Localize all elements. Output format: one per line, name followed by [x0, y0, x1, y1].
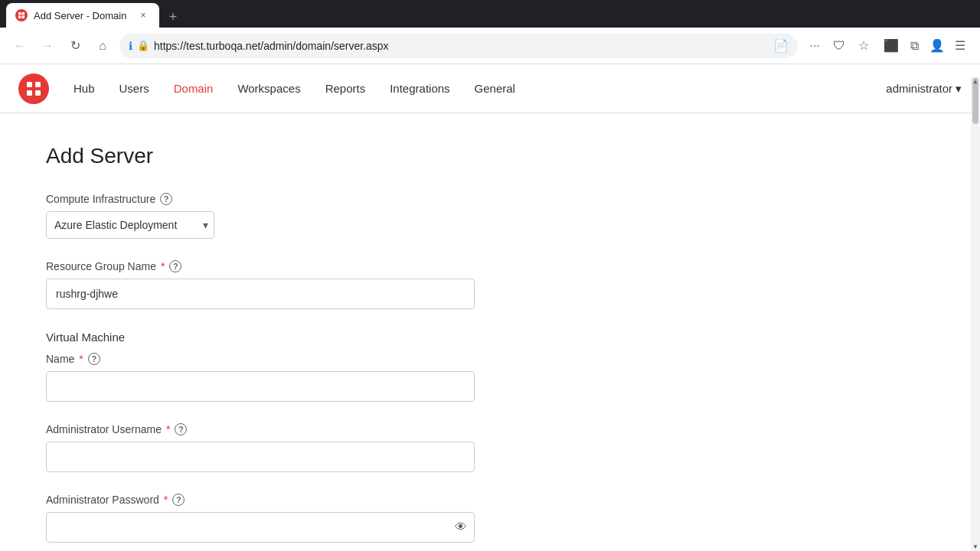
home-button[interactable]: ⌂ — [92, 35, 113, 57]
svg-rect-4 — [27, 82, 32, 87]
admin-username-required-asterisk: * — [166, 423, 170, 435]
bookmark-icon[interactable]: 📄 — [773, 38, 789, 53]
vm-name-input[interactable] — [46, 371, 475, 402]
resource-group-help-icon[interactable]: ? — [169, 260, 181, 272]
lock-icon: 🔒 — [137, 40, 149, 51]
compute-infrastructure-dropdown-wrapper: Azure Elastic Deployment On-Premise AWS … — [46, 211, 214, 239]
nav-links: Hub Users Domain Workspaces Reports Inte… — [74, 82, 886, 95]
vm-name-help-icon[interactable]: ? — [88, 353, 100, 365]
compute-infrastructure-help-icon[interactable]: ? — [160, 193, 172, 205]
main-content: Add Server Compute Infrastructure ? Azur… — [0, 113, 551, 551]
admin-password-label: Administrator Password * ? — [46, 494, 505, 506]
secure-icon: ℹ — [129, 40, 132, 52]
svg-rect-2 — [18, 16, 21, 19]
tab-favicon — [15, 9, 28, 21]
active-tab[interactable]: Add Server - Domain × — [6, 3, 159, 28]
tab-bar: Add Server - Domain × + — [0, 0, 980, 28]
resource-group-name-label: Resource Group Name * ? — [46, 260, 505, 272]
admin-username-group: Administrator Username * ? — [46, 423, 505, 472]
page-title: Add Server — [46, 144, 505, 168]
browser-right-icons: ⬛ ⧉ 👤 ☰ — [880, 35, 971, 57]
scrollbar[interactable] — [971, 77, 980, 551]
admin-password-group: Administrator Password * ? 👁 — [46, 494, 505, 543]
resource-group-name-input[interactable] — [46, 279, 475, 309]
vm-name-required-asterisk: * — [79, 353, 83, 365]
scroll-up-button[interactable]: ▲ — [971, 77, 980, 86]
admin-username-label: Administrator Username * ? — [46, 423, 505, 435]
nav-general[interactable]: General — [475, 82, 515, 95]
svg-rect-3 — [22, 16, 25, 19]
resource-group-required-asterisk: * — [161, 260, 165, 272]
address-bar-row: ← → ↻ ⌂ ℹ 🔒 https://test.turboqa.net/adm… — [0, 28, 980, 64]
more-tools-icon[interactable]: ··· — [804, 35, 825, 57]
admin-password-help-icon[interactable]: ? — [172, 494, 185, 506]
scroll-down-button[interactable]: ▼ — [971, 542, 980, 551]
vm-name-group: Name * ? — [46, 353, 505, 402]
profile-icon[interactable]: 👤 — [926, 35, 948, 57]
svg-rect-1 — [22, 12, 25, 15]
tab-grid-icon[interactable]: ⧉ — [903, 35, 925, 57]
nav-integrations[interactable]: Integrations — [390, 82, 449, 95]
user-label: administrator — [886, 82, 952, 95]
nav-domain[interactable]: Domain — [174, 82, 214, 95]
svg-rect-0 — [18, 12, 21, 15]
star-icon[interactable]: ☆ — [853, 35, 874, 57]
vm-name-label: Name * ? — [46, 353, 505, 365]
nav-reports[interactable]: Reports — [325, 82, 366, 95]
svg-rect-7 — [35, 90, 41, 96]
compute-infrastructure-label: Compute Infrastructure ? — [46, 193, 505, 205]
app-nav: Hub Users Domain Workspaces Reports Inte… — [0, 64, 980, 113]
menu-icon[interactable]: ☰ — [949, 35, 971, 57]
nav-users[interactable]: Users — [119, 82, 149, 95]
password-visibility-toggle[interactable]: 👁 — [455, 520, 467, 534]
forward-button[interactable]: → — [37, 35, 58, 57]
extensions-icon[interactable]: ⬛ — [880, 35, 902, 57]
svg-rect-5 — [35, 82, 41, 87]
new-tab-button[interactable]: + — [162, 6, 184, 28]
admin-password-required-asterisk: * — [164, 494, 168, 506]
svg-rect-6 — [27, 90, 32, 96]
shield-icon[interactable]: 🛡 — [828, 35, 850, 57]
user-dropdown-icon: ▾ — [956, 82, 962, 96]
virtual-machine-section: Virtual Machine Name * ? Administrator U… — [46, 331, 505, 543]
tab-title: Add Server - Domain — [34, 10, 130, 21]
browser-chrome: Add Server - Domain × + ← → ↻ ⌂ ℹ 🔒 http… — [0, 0, 980, 64]
nav-user-menu[interactable]: administrator ▾ — [886, 82, 962, 96]
tab-close-button[interactable]: × — [136, 8, 150, 22]
admin-password-input[interactable] — [46, 512, 475, 543]
compute-infrastructure-group: Compute Infrastructure ? Azure Elastic D… — [46, 193, 505, 239]
url-display: https://test.turboqa.net/admin/domain/se… — [154, 40, 769, 52]
address-bar[interactable]: ℹ 🔒 https://test.turboqa.net/admin/domai… — [119, 34, 798, 58]
admin-password-wrapper: 👁 — [46, 512, 475, 543]
nav-workspaces[interactable]: Workspaces — [237, 82, 300, 95]
compute-infrastructure-select[interactable]: Azure Elastic Deployment On-Premise AWS … — [46, 211, 214, 239]
app-logo — [18, 73, 49, 104]
back-button[interactable]: ← — [9, 35, 31, 57]
refresh-button[interactable]: ↻ — [64, 35, 86, 57]
browser-action-icons: ··· 🛡 ☆ — [804, 35, 874, 57]
virtual-machine-heading: Virtual Machine — [46, 331, 505, 344]
admin-username-help-icon[interactable]: ? — [175, 423, 187, 435]
admin-username-input[interactable] — [46, 442, 475, 472]
resource-group-name-group: Resource Group Name * ? — [46, 260, 505, 309]
nav-hub[interactable]: Hub — [74, 82, 95, 95]
